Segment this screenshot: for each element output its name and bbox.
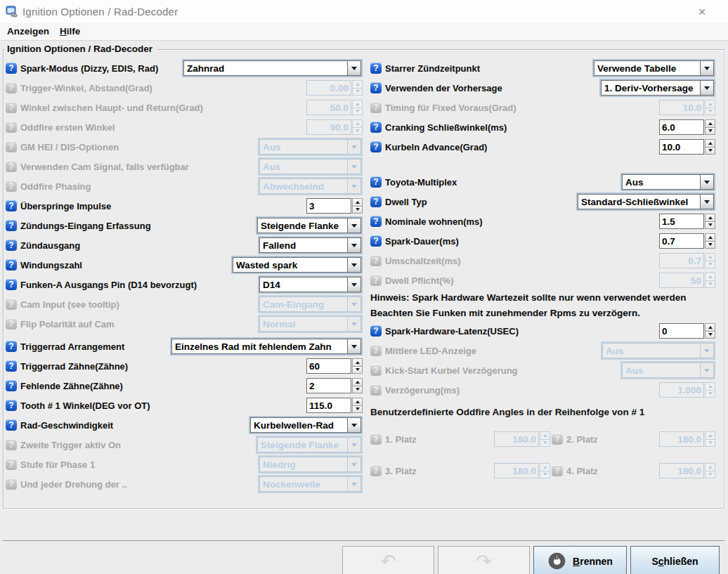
spark-mode-select[interactable]: Zahnrad bbox=[182, 59, 363, 77]
nominal-dwell-spinner[interactable]: 1.5 bbox=[659, 214, 715, 229]
spinner-up-icon[interactable] bbox=[352, 198, 363, 206]
chevron-down-icon[interactable] bbox=[700, 174, 714, 190]
help-icon[interactable] bbox=[370, 141, 382, 152]
spinner-down-icon[interactable] bbox=[352, 366, 363, 374]
coil-arrangement-select[interactable]: Wasted spark bbox=[231, 256, 363, 274]
chevron-down-icon[interactable] bbox=[347, 218, 361, 233]
spinner-up-icon[interactable] bbox=[705, 139, 715, 147]
trigger-wheel-arrangement-select[interactable]: Einzelnes Rad mit fehlendem Zahn bbox=[170, 337, 363, 356]
chevron-down-icon[interactable] bbox=[700, 80, 714, 96]
chevron-down-icon[interactable] bbox=[347, 339, 361, 354]
field-label: Kick-Start Kurbel Verzögerung bbox=[385, 365, 518, 376]
ignition-input-capture-select[interactable]: Steigende Flanke bbox=[256, 216, 363, 235]
cranking-advance-spinner[interactable]: 10.0 bbox=[659, 139, 715, 155]
spinner-down-icon[interactable] bbox=[705, 127, 715, 136]
spinner-up-icon[interactable] bbox=[705, 119, 715, 127]
help-icon[interactable] bbox=[370, 122, 382, 133]
help-icon[interactable] bbox=[6, 360, 17, 372]
led-display-select: Aus bbox=[601, 341, 715, 360]
help-icon[interactable] bbox=[6, 240, 17, 251]
spinner-down-icon bbox=[705, 261, 715, 269]
wheel-speed-select[interactable]: Kurbelwellen-Rad bbox=[249, 416, 363, 434]
spark-a-pin-select[interactable]: D14 bbox=[258, 275, 363, 294]
chevron-down-icon[interactable] bbox=[347, 417, 361, 433]
chevron-down-icon[interactable] bbox=[347, 257, 361, 273]
spinner-up-icon[interactable] bbox=[352, 378, 363, 386]
close-button[interactable]: Schließen bbox=[630, 546, 720, 574]
ignition-output-select[interactable]: Fallend bbox=[258, 236, 363, 254]
tooth1-angle-spinner[interactable]: 115.0 bbox=[306, 398, 363, 413]
help-icon[interactable] bbox=[370, 196, 382, 207]
close-icon[interactable]: × bbox=[693, 5, 711, 18]
help-icon[interactable] bbox=[370, 216, 382, 227]
burn-button[interactable]: Brennen bbox=[533, 546, 627, 574]
spinner-up-icon[interactable] bbox=[705, 214, 715, 221]
spinner-down-icon[interactable] bbox=[352, 206, 363, 214]
menu-anzeigen[interactable]: Anzeigen bbox=[3, 25, 56, 39]
oddfire-row-1: 1. Platz 180.0 2. Platz 180.0 bbox=[370, 429, 715, 449]
spinner-up-icon bbox=[705, 431, 715, 439]
field-label: Rad-Geschwindigkeit bbox=[20, 420, 113, 431]
field-label: Kurbeln Advance(Grad) bbox=[385, 142, 487, 152]
trigger-wheel-teeth-spinner[interactable]: 60 bbox=[306, 358, 363, 374]
spinner-up-icon[interactable] bbox=[705, 323, 715, 331]
help-icon[interactable] bbox=[370, 235, 382, 247]
spinner-down-icon[interactable] bbox=[705, 241, 715, 249]
help-icon[interactable] bbox=[370, 63, 382, 74]
field-label: Verzögerung(ms) bbox=[385, 385, 460, 396]
help-icon[interactable] bbox=[6, 279, 17, 290]
spinner-down-icon[interactable] bbox=[705, 147, 715, 155]
field-label: Stufe für Phase 1 bbox=[20, 459, 95, 470]
spinner-down-icon[interactable] bbox=[352, 405, 363, 414]
spinner-down-icon[interactable] bbox=[705, 221, 715, 230]
chevron-down-icon[interactable] bbox=[347, 60, 361, 76]
spinner-up-icon[interactable] bbox=[352, 398, 363, 405]
chevron-down-icon[interactable] bbox=[347, 277, 361, 292]
spark-hw-latency-spinner[interactable]: 0 bbox=[659, 323, 715, 339]
chevron-down-icon[interactable] bbox=[700, 194, 714, 209]
menu-hilfe[interactable]: Hilfe bbox=[56, 25, 86, 39]
help-icon[interactable] bbox=[370, 82, 382, 93]
help-icon[interactable] bbox=[6, 419, 17, 431]
form-row: Cranking Schließwinkel(ms) 6.0 bbox=[370, 117, 715, 137]
chevron-down-icon[interactable] bbox=[700, 60, 714, 76]
trigger-angle-spinner: 0.00 bbox=[306, 80, 363, 96]
cranking-dwell-spinner[interactable]: 6.0 bbox=[659, 119, 715, 135]
undo-arrow-icon: ↶ bbox=[380, 552, 396, 570]
help-icon[interactable] bbox=[6, 341, 17, 352]
skip-pulses-spinner[interactable]: 3 bbox=[306, 198, 363, 214]
fixed-timing-select[interactable]: Verwende Tabelle bbox=[592, 59, 715, 77]
help-icon bbox=[6, 82, 17, 93]
missing-teeth-spinner[interactable]: 2 bbox=[306, 378, 363, 393]
form-row: Zweite Trigger aktiv On Steigende Flanke bbox=[6, 435, 363, 455]
help-icon[interactable] bbox=[6, 259, 17, 270]
spinner-down-icon[interactable] bbox=[352, 386, 363, 394]
help-icon[interactable] bbox=[370, 176, 382, 188]
field-label: Winkel zwischen Haupt- und Return(Grad) bbox=[20, 103, 203, 113]
prediction-select[interactable]: 1. Deriv-Vorhersage bbox=[599, 79, 715, 97]
dwell-type-select[interactable]: Standard-Schließwinkel bbox=[576, 193, 715, 211]
help-icon[interactable] bbox=[6, 63, 17, 74]
spinner-up-icon[interactable] bbox=[705, 233, 715, 241]
field-label: Verwenden der Vorhersage bbox=[385, 83, 502, 93]
field-label: Trigger-Winkel, Abstand(Grad) bbox=[20, 83, 152, 93]
help-icon[interactable] bbox=[6, 400, 17, 411]
chevron-down-icon bbox=[700, 343, 714, 358]
help-icon[interactable] bbox=[370, 325, 382, 337]
dwell-duty-spinner: 50 bbox=[659, 273, 715, 288]
help-icon[interactable] bbox=[6, 200, 17, 211]
chevron-down-icon bbox=[347, 476, 361, 492]
field-label: Mittlere LED-Anzeige bbox=[385, 346, 476, 356]
chevron-down-icon[interactable] bbox=[347, 237, 361, 253]
form-row: Rad-Geschwindigkeit Kurbelwellen-Rad bbox=[6, 415, 363, 435]
spinner-down-icon[interactable] bbox=[705, 331, 715, 339]
form-row: Nominale wohnen(ms) 1.5 bbox=[370, 211, 715, 231]
help-icon bbox=[6, 141, 17, 152]
form-row: Verwenden Cam Signal, falls verfügbar Au… bbox=[6, 157, 363, 176]
help-icon[interactable] bbox=[6, 220, 17, 231]
spinner-up-icon[interactable] bbox=[352, 358, 363, 366]
spark-duration-spinner[interactable]: 0.7 bbox=[659, 233, 715, 249]
toyota-multiplex-select[interactable]: Aus bbox=[620, 173, 715, 191]
help-icon[interactable] bbox=[6, 380, 17, 391]
fixed-advance-spinner: 10.0 bbox=[659, 100, 715, 115]
